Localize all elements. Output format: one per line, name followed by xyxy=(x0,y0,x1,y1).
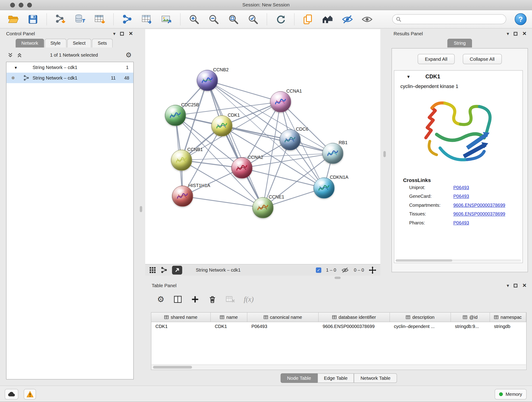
search-input[interactable] xyxy=(404,15,506,23)
column-header[interactable]: shared name xyxy=(151,313,210,322)
graph-node-CDKN1A[interactable]: CDKN1A xyxy=(313,177,335,198)
vertical-splitter-grip[interactable] xyxy=(140,206,142,212)
network-row[interactable]: String Network – cdk1 11 48 xyxy=(6,73,133,83)
crosslink-uniprot-link[interactable]: P06493 xyxy=(453,185,469,190)
float-panel-icon[interactable]: ▾ xyxy=(507,283,509,288)
close-panel-icon[interactable]: ✕ xyxy=(129,31,133,37)
desktop: Control Panel ▾ ✕ Network Style Select S… xyxy=(0,28,532,385)
first-neighbors-button[interactable] xyxy=(319,12,336,27)
tab-sets[interactable]: Sets xyxy=(92,39,113,48)
network-view-title: String Network – cdk1 xyxy=(187,268,311,273)
vertical-splitter-grip[interactable] xyxy=(383,151,386,157)
expand-all-tree-icon[interactable] xyxy=(7,52,13,58)
column-header[interactable]: name xyxy=(211,313,247,322)
export-view-button[interactable] xyxy=(172,266,182,274)
crosslink-label: Uniprot: xyxy=(409,185,453,190)
network-collection-row[interactable]: ▼ String Network – cdk1 1 xyxy=(6,62,133,73)
horizontal-scrollbar[interactable] xyxy=(396,259,521,262)
protein-structure-thumb-icon xyxy=(201,75,214,86)
crosslink-pharos-link[interactable]: P06493 xyxy=(453,220,469,225)
selected-checkbox-icon[interactable]: ✓ xyxy=(316,267,322,273)
collapse-triangle-icon[interactable]: ▼ xyxy=(406,74,411,79)
close-panel-icon[interactable]: ✕ xyxy=(522,282,527,288)
delete-trash-icon[interactable] xyxy=(208,295,217,304)
fit-content-crosshair-icon[interactable] xyxy=(369,266,376,274)
toolbar-separator xyxy=(180,13,180,25)
graph-node-HIST1H1A[interactable]: HIST1H1A xyxy=(172,186,193,207)
protein-structure-thumb-icon xyxy=(326,148,340,160)
maximize-panel-icon[interactable] xyxy=(514,32,518,35)
new-table-button[interactable] xyxy=(138,12,155,27)
warnings-button[interactable] xyxy=(24,389,36,400)
gear-icon[interactable]: ⚙ xyxy=(126,51,132,58)
export-image-button[interactable] xyxy=(158,12,175,27)
close-panel-icon[interactable]: ✕ xyxy=(522,31,527,37)
graph-node-CCNB2[interactable]: CCNB2 xyxy=(197,70,218,91)
column-header[interactable]: description xyxy=(390,313,451,322)
tab-select[interactable]: Select xyxy=(67,39,91,48)
table-horizontal-scrollbar[interactable] xyxy=(152,364,526,369)
table-settings-gear-icon[interactable]: ⚙ xyxy=(157,295,165,303)
open-session-button[interactable] xyxy=(5,12,22,27)
graph-node-CCNA2[interactable]: CCNA2 xyxy=(231,157,253,179)
zoom-selected-button[interactable] xyxy=(245,12,262,27)
maximize-panel-icon[interactable] xyxy=(514,283,518,287)
save-session-button[interactable] xyxy=(25,12,41,27)
collapse-triangle-icon[interactable]: ▼ xyxy=(14,65,19,70)
tab-style[interactable]: Style xyxy=(45,39,66,48)
maximize-panel-icon[interactable] xyxy=(120,32,124,35)
gene-card-header[interactable]: ▼ CDK1 xyxy=(394,70,523,83)
network-canvas[interactable]: CCNB2CCNA1CDC25BCDK1CDC6RB1CCNB1CCNA2CDK… xyxy=(145,29,380,264)
graph-node-CCNA1[interactable]: CCNA1 xyxy=(270,91,291,112)
network-selected-status: 1 of 1 Network selected xyxy=(22,52,126,57)
cloud-status-button[interactable] xyxy=(5,389,18,400)
graph-node-CDC25B[interactable]: CDC25B xyxy=(165,105,186,126)
show-columns-icon[interactable] xyxy=(173,295,182,304)
network-share-icon[interactable] xyxy=(161,267,167,273)
zoom-out-button[interactable] xyxy=(205,12,222,27)
memory-button[interactable]: Memory xyxy=(495,389,526,400)
column-header[interactable]: canonical name xyxy=(247,313,319,322)
column-header[interactable]: namespac xyxy=(490,313,526,322)
show-all-button[interactable] xyxy=(359,12,375,27)
hidden-eye-slash-icon[interactable] xyxy=(341,267,349,273)
graph-node-CCNB1[interactable]: CCNB1 xyxy=(171,150,192,171)
import-network-database-button[interactable] xyxy=(71,12,89,27)
tab-edge-table[interactable]: Edge Table xyxy=(317,373,354,383)
table-row[interactable]: CDK1 CDK1 P06493 9606.ENSP00000378699 cy… xyxy=(151,322,526,332)
import-table-file-button[interactable] xyxy=(91,12,108,27)
tab-network-table[interactable]: Network Table xyxy=(354,373,397,383)
collapse-all-button[interactable]: Collapse All xyxy=(462,54,502,64)
scrollbar-thumb[interactable] xyxy=(153,366,192,369)
collapse-all-tree-icon[interactable] xyxy=(17,52,22,58)
graph-node-RB1[interactable]: RB1 xyxy=(322,143,343,164)
hide-selection-button[interactable] xyxy=(339,12,356,27)
crosslink-tissues-link[interactable]: 9606.ENSP00000378699 xyxy=(453,211,505,217)
float-panel-icon[interactable]: ▾ xyxy=(507,31,509,36)
function-builder-icon[interactable]: f(x) xyxy=(244,295,254,304)
copy-button[interactable] xyxy=(300,12,317,27)
help-button[interactable]: ? xyxy=(515,13,526,25)
zoom-in-button[interactable] xyxy=(186,12,203,27)
add-column-plus-icon[interactable] xyxy=(191,295,199,303)
refresh-button[interactable] xyxy=(272,12,289,27)
tab-network[interactable]: Network xyxy=(16,39,44,48)
column-header[interactable]: database identifier xyxy=(319,313,390,322)
import-network-file-button[interactable] xyxy=(52,12,69,27)
column-header[interactable]: @id xyxy=(451,313,490,322)
graph-node-CCNE1[interactable]: CCNE1 xyxy=(253,197,273,218)
zoom-fit-button[interactable] xyxy=(225,12,242,27)
column-type-icon xyxy=(406,315,410,319)
new-network-button[interactable] xyxy=(119,12,136,27)
expand-all-button[interactable]: Expand All xyxy=(418,54,454,64)
float-panel-icon[interactable]: ▾ xyxy=(113,31,115,36)
graph-node-CDK1[interactable]: CDK1 xyxy=(211,115,233,136)
tab-node-table[interactable]: Node Table xyxy=(281,373,317,383)
horizontal-splitter-grip[interactable] xyxy=(335,277,341,279)
birds-eye-grid-icon[interactable] xyxy=(149,267,156,274)
scrollbar-thumb[interactable] xyxy=(396,259,452,262)
crosslink-compartments-link[interactable]: 9606.ENSP00000378699 xyxy=(453,203,505,208)
crosslink-genecard-link[interactable]: P06493 xyxy=(453,194,469,199)
graph-node-CDC6[interactable]: CDC6 xyxy=(279,129,301,150)
tab-string[interactable]: String xyxy=(447,39,472,48)
